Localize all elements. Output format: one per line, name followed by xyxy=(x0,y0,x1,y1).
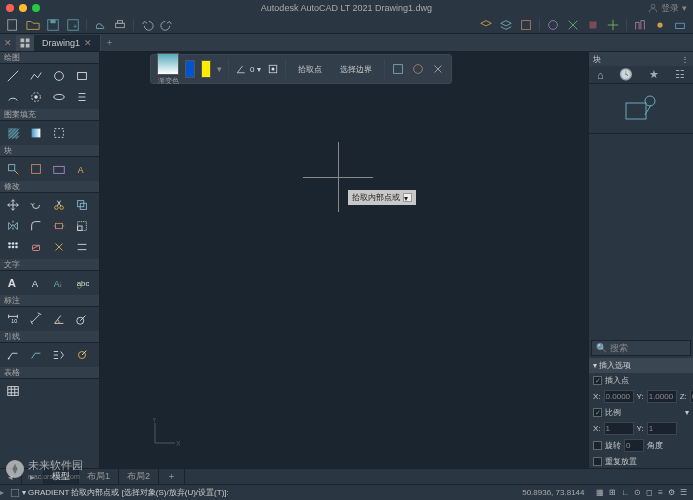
y-input[interactable] xyxy=(647,390,677,403)
print-icon[interactable] xyxy=(113,18,127,32)
drawing-canvas[interactable]: 渐变色 ▾ 0▾ 拾取点 选择边界 拾取内部点或 ▾ xyxy=(100,52,588,484)
offset-tool[interactable] xyxy=(71,237,93,257)
tool-c-icon[interactable] xyxy=(586,18,600,32)
rotate-input[interactable] xyxy=(624,439,644,452)
color2-swatch[interactable] xyxy=(201,60,211,78)
table-tool[interactable] xyxy=(2,381,24,401)
mleadercollect[interactable] xyxy=(71,345,93,365)
stretch-tool[interactable] xyxy=(48,216,70,236)
scale-check[interactable] xyxy=(593,408,602,417)
rib-opt2-icon[interactable] xyxy=(411,62,425,76)
sy-input[interactable] xyxy=(647,422,677,435)
ellipse-tool[interactable] xyxy=(48,87,70,107)
fillet-tool[interactable] xyxy=(25,216,47,236)
minimize-window[interactable] xyxy=(19,4,27,12)
rp-recent-icon[interactable]: 🕓 xyxy=(619,68,633,81)
rect-tool[interactable] xyxy=(71,66,93,86)
trim-tool[interactable] xyxy=(48,195,70,215)
point-tool[interactable] xyxy=(25,87,47,107)
rp-menu-icon[interactable]: ⋮ xyxy=(681,55,689,64)
copy-tool[interactable] xyxy=(71,195,93,215)
angle-option[interactable]: 0▾ xyxy=(235,63,261,75)
tool-f-icon[interactable] xyxy=(653,18,667,32)
layout1-tab[interactable]: 布局1 xyxy=(79,469,119,484)
cmd-chevron-icon[interactable]: ▸ xyxy=(0,488,10,497)
command-line[interactable]: ▾ GRADIENT 拾取内部点或 [选择对象(S)/放弃(U)/设置(T)]: xyxy=(10,487,516,498)
more-tool[interactable] xyxy=(71,87,93,107)
tool-d-icon[interactable] xyxy=(606,18,620,32)
spell-tool[interactable]: abc xyxy=(71,273,93,293)
drawing-tab[interactable]: Drawing1 ✕ xyxy=(34,35,101,51)
region-tool[interactable] xyxy=(48,123,70,143)
color1-swatch[interactable] xyxy=(185,60,195,78)
layer2-icon[interactable] xyxy=(499,18,513,32)
tool-b-icon[interactable] xyxy=(566,18,580,32)
move-tool[interactable] xyxy=(2,195,24,215)
cloud-icon[interactable] xyxy=(93,18,107,32)
arc-tool[interactable] xyxy=(2,87,24,107)
tooltip-dropdown-icon[interactable]: ▾ xyxy=(403,193,412,202)
redo-icon[interactable] xyxy=(160,18,174,32)
ortho-toggle[interactable]: ∟ xyxy=(621,488,629,497)
tool-a-icon[interactable] xyxy=(546,18,560,32)
folder-icon[interactable] xyxy=(26,18,40,32)
new-tab-button[interactable]: ＋ xyxy=(101,36,117,49)
qnew-icon[interactable] xyxy=(6,18,20,32)
rp-home-icon[interactable]: ⌂ xyxy=(597,69,604,81)
grid-toggle[interactable]: ▦ xyxy=(596,488,604,497)
layout2-tab[interactable]: 布局2 xyxy=(119,469,159,484)
menu-icon[interactable]: ☰ xyxy=(680,488,687,497)
text-tool[interactable]: A xyxy=(25,273,47,293)
x-input[interactable] xyxy=(604,390,634,403)
maximize-window[interactable] xyxy=(32,4,40,12)
repeat-check[interactable] xyxy=(593,457,602,466)
pick-point-button[interactable]: 拾取点 xyxy=(292,62,328,77)
polyline-tool[interactable] xyxy=(25,66,47,86)
rib-opt1-icon[interactable] xyxy=(391,62,405,76)
dimaligned[interactable] xyxy=(25,309,47,329)
attrib[interactable]: A xyxy=(71,159,93,179)
erase-tool[interactable] xyxy=(25,237,47,257)
rotate-check[interactable] xyxy=(593,441,602,450)
rotate-tool[interactable] xyxy=(25,195,47,215)
select-boundary-button[interactable]: 选择边界 xyxy=(334,62,378,77)
layer3-icon[interactable] xyxy=(519,18,533,32)
saveas-icon[interactable]: + xyxy=(66,18,80,32)
scale-dropdown[interactable]: ▾ xyxy=(685,408,689,417)
close-all-icon[interactable]: ✕ xyxy=(0,38,16,48)
array-tool[interactable] xyxy=(2,237,24,257)
scale-tool[interactable] xyxy=(71,216,93,236)
snap-toggle[interactable]: ⊞ xyxy=(609,488,616,497)
insert-block[interactable] xyxy=(2,159,24,179)
mleaderalign[interactable] xyxy=(48,345,70,365)
save-icon[interactable] xyxy=(46,18,60,32)
centered-option[interactable] xyxy=(267,63,279,75)
wblock[interactable] xyxy=(48,159,70,179)
rp-lib-icon[interactable]: ☷ xyxy=(675,68,685,81)
rib-close-icon[interactable] xyxy=(431,62,445,76)
insert-point-check[interactable] xyxy=(593,376,602,385)
mleader[interactable] xyxy=(2,345,24,365)
tool-g-icon[interactable] xyxy=(673,18,687,32)
create-block[interactable] xyxy=(25,159,47,179)
sx-input[interactable] xyxy=(604,422,634,435)
dimangular[interactable] xyxy=(48,309,70,329)
circle-tool[interactable] xyxy=(48,66,70,86)
start-tab[interactable] xyxy=(16,35,34,51)
layer-icon[interactable] xyxy=(479,18,493,32)
gradient-tool[interactable] xyxy=(25,123,47,143)
settings-icon[interactable]: ⚙ xyxy=(668,488,675,497)
lwt-toggle[interactable]: ≡ xyxy=(658,488,663,497)
login-button[interactable]: 登录 ▾ xyxy=(648,2,687,15)
rp-fav-icon[interactable]: ★ xyxy=(649,68,659,81)
dimradius[interactable] xyxy=(71,309,93,329)
tool-e-icon[interactable] xyxy=(633,18,647,32)
osnap-toggle[interactable]: ◻ xyxy=(646,488,653,497)
add-layout-tab[interactable]: ＋ xyxy=(159,469,185,484)
block-preview[interactable] xyxy=(589,84,693,134)
mirror-tool[interactable] xyxy=(2,216,24,236)
close-window[interactable] xyxy=(6,4,14,12)
hatch-tool[interactable] xyxy=(2,123,24,143)
mtext-tool[interactable]: A xyxy=(2,273,24,293)
textstyle-tool[interactable]: Aᵢ xyxy=(48,273,70,293)
